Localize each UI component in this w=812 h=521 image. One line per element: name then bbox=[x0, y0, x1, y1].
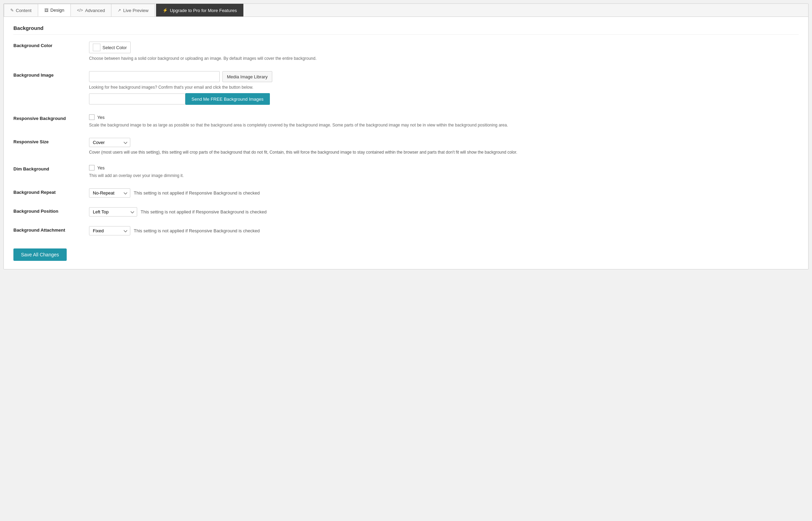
dim-background-field: Yes This will add an overlay over your i… bbox=[89, 165, 799, 179]
background-image-row: Background Image Media Image Library Loo… bbox=[13, 71, 799, 105]
email-input[interactable] bbox=[89, 93, 185, 104]
responsive-background-checkbox[interactable] bbox=[89, 114, 95, 120]
tab-content-label: Content bbox=[16, 8, 32, 13]
send-free-images-button[interactable]: Send Me FREE Background Images bbox=[185, 93, 270, 105]
background-repeat-note: This setting is not applied if Responsiv… bbox=[134, 190, 260, 196]
background-color-row: Background Color Select Color Choose bet… bbox=[13, 42, 799, 62]
tab-bar: ✎ Content 🖼 Design </> Advanced ↗ Live P… bbox=[4, 4, 808, 17]
background-position-row: Background Position Left Top Left Center… bbox=[13, 207, 799, 217]
design-icon: 🖼 bbox=[44, 8, 48, 13]
dim-background-checkbox[interactable] bbox=[89, 165, 95, 170]
background-position-select[interactable]: Left Top Left Center Left Bottom Center … bbox=[89, 207, 137, 217]
content-icon: ✎ bbox=[10, 8, 14, 13]
content-area: Background Background Color Select Color… bbox=[4, 17, 808, 269]
responsive-background-row: Responsive Background Yes Scale the back… bbox=[13, 114, 799, 128]
responsive-background-checkbox-row: Yes bbox=[89, 114, 799, 120]
background-repeat-select-wrapper: No-Repeat Repeat Repeat-X Repeat-Y This … bbox=[89, 188, 260, 198]
media-library-label: Media Image Library bbox=[227, 74, 268, 79]
color-swatch bbox=[93, 44, 100, 51]
responsive-background-field: Yes Scale the background image to be as … bbox=[89, 114, 799, 128]
tab-advanced[interactable]: </> Advanced bbox=[70, 4, 111, 16]
tab-upgrade-label: Upgrade to Pro for More Features bbox=[170, 8, 237, 13]
responsive-size-select[interactable]: Cover Contain bbox=[89, 138, 130, 147]
background-image-label: Background Image bbox=[13, 71, 82, 78]
media-library-button[interactable]: Media Image Library bbox=[222, 71, 272, 82]
background-attachment-select-wrapper: Fixed Scroll This setting is not applied… bbox=[89, 226, 260, 235]
responsive-size-row: Responsive Size Cover Contain Cover (mos… bbox=[13, 138, 799, 155]
background-image-field: Media Image Library Looking for free bac… bbox=[89, 71, 799, 105]
image-input-row: Media Image Library bbox=[89, 71, 799, 82]
responsive-size-select-wrapper: Cover Contain bbox=[89, 138, 130, 147]
responsive-background-label: Responsive Background bbox=[13, 114, 82, 121]
background-attachment-row: Background Attachment Fixed Scroll This … bbox=[13, 226, 799, 235]
save-button-container: Save All Changes bbox=[13, 245, 799, 261]
background-position-select-wrapper: Left Top Left Center Left Bottom Center … bbox=[89, 207, 266, 217]
tab-advanced-label: Advanced bbox=[85, 8, 105, 13]
dim-background-checkbox-label: Yes bbox=[97, 165, 105, 170]
background-attachment-field: Fixed Scroll This setting is not applied… bbox=[89, 226, 799, 235]
background-image-input[interactable] bbox=[89, 71, 220, 82]
background-color-description: Choose between having a solid color back… bbox=[89, 55, 799, 62]
save-all-changes-button[interactable]: Save All Changes bbox=[13, 248, 67, 261]
background-position-note: This setting is not applied if Responsiv… bbox=[141, 209, 266, 214]
select-color-label: Select Color bbox=[102, 45, 127, 50]
background-repeat-label: Background Repeat bbox=[13, 188, 82, 195]
responsive-background-checkbox-label: Yes bbox=[97, 115, 105, 120]
background-color-label: Background Color bbox=[13, 42, 82, 48]
background-position-label: Background Position bbox=[13, 207, 82, 214]
section-title: Background bbox=[13, 25, 799, 35]
free-images-hint: Looking for free background images? Conf… bbox=[89, 84, 799, 90]
tab-upgrade[interactable]: ⚡ Upgrade to Pro for More Features bbox=[156, 4, 243, 16]
background-position-field: Left Top Left Center Left Bottom Center … bbox=[89, 207, 799, 217]
background-repeat-field: No-Repeat Repeat Repeat-X Repeat-Y This … bbox=[89, 188, 799, 198]
tab-live-preview-label: Live Preview bbox=[123, 8, 149, 13]
free-images-row: Send Me FREE Background Images bbox=[89, 93, 799, 105]
upgrade-icon: ⚡ bbox=[163, 8, 168, 13]
dim-background-label: Dim Background bbox=[13, 165, 82, 171]
dim-background-description: This will add an overlay over your image… bbox=[89, 173, 799, 179]
background-attachment-label: Background Attachment bbox=[13, 226, 82, 233]
dim-background-row: Dim Background Yes This will add an over… bbox=[13, 165, 799, 179]
background-color-field: Select Color Choose between having a sol… bbox=[89, 42, 799, 62]
send-button-label: Send Me FREE Background Images bbox=[191, 97, 264, 102]
responsive-size-label: Responsive Size bbox=[13, 138, 82, 144]
dim-background-checkbox-row: Yes bbox=[89, 165, 799, 170]
live-preview-icon: ↗ bbox=[118, 8, 121, 13]
background-attachment-note: This setting is not applied if Responsiv… bbox=[134, 228, 260, 233]
tab-content[interactable]: ✎ Content bbox=[4, 4, 38, 16]
responsive-background-description: Scale the background image to be as larg… bbox=[89, 122, 799, 128]
responsive-size-field: Cover Contain Cover (most users will use… bbox=[89, 138, 799, 155]
tab-live-preview[interactable]: ↗ Live Preview bbox=[111, 4, 155, 16]
tab-design-label: Design bbox=[51, 8, 64, 13]
advanced-icon: </> bbox=[77, 8, 83, 13]
background-repeat-row: Background Repeat No-Repeat Repeat Repea… bbox=[13, 188, 799, 198]
background-repeat-select[interactable]: No-Repeat Repeat Repeat-X Repeat-Y bbox=[89, 188, 130, 198]
background-attachment-select[interactable]: Fixed Scroll bbox=[89, 226, 130, 235]
settings-panel: ✎ Content 🖼 Design </> Advanced ↗ Live P… bbox=[3, 3, 809, 269]
responsive-size-description: Cover (most users will use this setting)… bbox=[89, 149, 799, 155]
tab-design[interactable]: 🖼 Design bbox=[38, 4, 71, 16]
select-color-button[interactable]: Select Color bbox=[89, 42, 131, 53]
